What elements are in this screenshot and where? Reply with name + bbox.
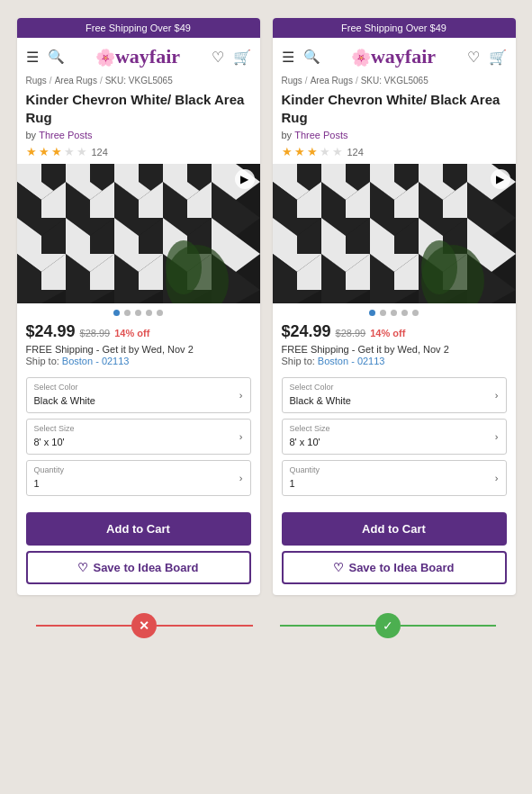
banner-right: Free Shipping Over $49	[273, 18, 516, 38]
size-label-left: Select Size	[34, 424, 75, 433]
line-right-green	[401, 625, 496, 627]
product-title-right: Kinder Chevron White/ Black Area Rug	[273, 91, 516, 128]
logo-text: wayfair	[115, 45, 180, 68]
search-icon-right[interactable]: 🔍	[303, 49, 320, 65]
dot-1-left[interactable]	[113, 310, 120, 316]
bottom-indicators: ✕ ✓	[9, 613, 523, 638]
dot-5-right[interactable]	[412, 310, 419, 316]
header-actions-left: ♡ 🛒	[212, 49, 251, 66]
header-right-card: ☰ 🔍 🌸wayfair ♡ 🛒	[273, 38, 516, 76]
dot-5-left[interactable]	[157, 310, 163, 316]
breadcrumb-area-rugs[interactable]: Area Rugs	[55, 76, 97, 86]
breadcrumb-sku-right: SKU: VKGL5065	[361, 76, 428, 86]
ship-location-right[interactable]: Boston - 02113	[318, 356, 385, 366]
qty-label-right: Quantity	[290, 465, 320, 474]
breadcrumb-rugs-right[interactable]: Rugs	[282, 76, 302, 86]
save-idea-button-left[interactable]: ♡ Save to Idea Board	[26, 551, 251, 584]
select-group-left: Select Color Black & White › Select Size…	[17, 374, 260, 505]
star-1: ★	[26, 145, 37, 158]
logo-text-right: wayfair	[371, 45, 436, 68]
color-select-left[interactable]: Select Color Black & White ›	[26, 377, 251, 413]
ship-to-right: Ship to: Boston - 02113	[273, 356, 516, 374]
shipping-info-right: FREE Shipping - Get it by Wed, Nov 2	[273, 342, 516, 356]
save-label-left: Save to Idea Board	[93, 561, 198, 574]
cart-icon-right[interactable]: 🛒	[489, 49, 507, 66]
color-label-left: Select Color	[34, 383, 95, 392]
heart-icon[interactable]: ♡	[212, 49, 224, 66]
dot-3-left[interactable]	[135, 310, 141, 316]
save-idea-button-right[interactable]: ♡ Save to Idea Board	[282, 551, 507, 584]
brand-link-right[interactable]: Three Posts	[294, 130, 347, 140]
product-card-left: Free Shipping Over $49 ☰ 🔍 🌸wayfair ♡ 🛒 …	[17, 18, 260, 595]
color-chevron-right: ›	[495, 390, 499, 401]
heart-save-icon-right: ♡	[333, 561, 344, 574]
color-label-right: Select Color	[290, 383, 351, 392]
breadcrumb-sku: SKU: VKGL5065	[105, 76, 173, 86]
add-to-cart-button-left[interactable]: Add to Cart	[26, 512, 251, 546]
wayfair-logo[interactable]: 🌸wayfair	[95, 45, 180, 68]
review-count-left: 124	[92, 147, 108, 158]
hamburger-icon-right[interactable]: ☰	[282, 49, 294, 66]
price-row-left: $24.99 $28.99 14% off	[17, 320, 260, 342]
ship-location-left[interactable]: Boston - 02113	[62, 356, 130, 366]
price-off-left: 14% off	[114, 328, 149, 338]
price-main-right: $24.99	[282, 322, 331, 341]
breadcrumb-area-rugs-right[interactable]: Area Rugs	[311, 76, 353, 86]
dot-2-right[interactable]	[380, 310, 386, 316]
star-5: ★	[77, 145, 87, 158]
by-brand-left: by Three Posts	[17, 128, 260, 143]
dot-4-right[interactable]	[401, 310, 408, 316]
size-value-left: 8' x 10'	[34, 437, 65, 447]
product-title-left: Kinder Chevron White/ Black Area Rug	[17, 91, 260, 128]
select-group-right: Select Color Black & White › Select Size…	[273, 374, 516, 505]
star-2: ★	[39, 145, 50, 158]
dot-1-right[interactable]	[369, 310, 375, 316]
color-value-right: Black & White	[290, 395, 351, 406]
dot-3-right[interactable]	[391, 310, 397, 316]
logo-flower: 🌸	[95, 49, 115, 67]
indicator-right: ✓	[280, 613, 497, 638]
image-expand-btn-left[interactable]: ▶	[235, 169, 255, 189]
add-to-cart-button-right[interactable]: Add to Cart	[282, 512, 507, 546]
price-row-right: $24.99 $28.99 14% off	[273, 320, 516, 342]
hamburger-icon[interactable]: ☰	[26, 49, 39, 66]
header-nav-right: ☰ 🔍	[282, 49, 320, 66]
line-left-green	[280, 625, 375, 627]
svg-point-77	[421, 240, 457, 294]
product-image-left: ▶	[17, 164, 260, 303]
breadcrumb-right: Rugs / Area Rugs / SKU: VKGL5065	[273, 76, 516, 91]
header-actions-right: ♡ 🛒	[467, 49, 507, 66]
price-orig-left: $28.99	[80, 328, 111, 338]
wayfair-logo-right[interactable]: 🌸wayfair	[351, 45, 436, 68]
logo-flower-right: 🌸	[351, 49, 371, 67]
price-off-right: 14% off	[370, 328, 405, 338]
price-orig-right: $28.99	[336, 328, 366, 338]
dot-2-left[interactable]	[124, 310, 131, 316]
size-label-right: Select Size	[290, 424, 330, 433]
breadcrumb-rugs[interactable]: Rugs	[26, 76, 47, 86]
cart-icon[interactable]: 🛒	[233, 49, 251, 66]
banner-left: Free Shipping Over $49	[17, 18, 260, 38]
size-select-left[interactable]: Select Size 8' x 10' ›	[26, 419, 251, 455]
star-4: ★	[64, 145, 75, 158]
qty-label-left: Quantity	[34, 465, 65, 474]
size-select-right[interactable]: Select Size 8' x 10' ›	[282, 419, 507, 455]
qty-select-left[interactable]: Quantity 1 ›	[26, 460, 251, 496]
color-select-right[interactable]: Select Color Black & White ›	[282, 377, 507, 413]
star-2-right: ★	[294, 145, 305, 158]
cards-row: Free Shipping Over $49 ☰ 🔍 🌸wayfair ♡ 🛒 …	[9, 18, 523, 595]
heart-icon-right[interactable]: ♡	[467, 49, 480, 66]
review-count-right: 124	[347, 147, 364, 158]
shipping-info-left: FREE Shipping - Get it by Wed, Nov 2	[17, 342, 260, 356]
brand-link-left[interactable]: Three Posts	[39, 130, 92, 140]
product-image-right: ▶	[273, 164, 516, 303]
x-symbol: ✕	[139, 618, 149, 633]
qty-value-right: 1	[290, 478, 295, 489]
dot-4-left[interactable]	[146, 310, 152, 316]
image-expand-btn-right[interactable]: ▶	[491, 169, 510, 189]
qty-select-right[interactable]: Quantity 1 ›	[282, 460, 507, 496]
circle-red: ✕	[131, 613, 157, 638]
search-icon[interactable]: 🔍	[48, 49, 65, 65]
size-chevron-right: ›	[495, 431, 499, 442]
stars-row-right: ★ ★ ★ ★ ★ 124	[273, 143, 516, 164]
